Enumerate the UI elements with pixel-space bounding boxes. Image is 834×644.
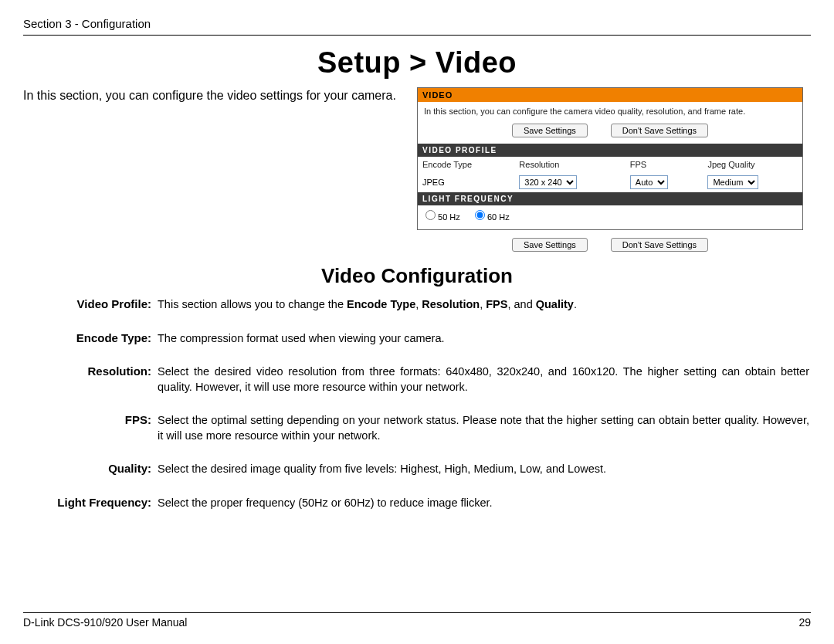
resolution-select[interactable]: 320 x 240	[519, 175, 577, 189]
quality-select[interactable]: Medium	[707, 175, 758, 189]
section-label: Section 3 - Configuration	[23, 17, 811, 30]
profile-header-row: Encode Type Resolution FPS Jpeg Quality	[418, 157, 802, 172]
fps-select[interactable]: Auto	[630, 175, 668, 189]
footer-manual: D-Link DCS-910/920 User Manual	[23, 616, 187, 629]
video-desc: In this section, you can configure the c…	[418, 102, 802, 120]
video-profile-header: VIDEO PROFILE	[418, 144, 802, 157]
freq-60-label[interactable]: 60 Hz	[475, 212, 510, 222]
ui-panel: VIDEO In this section, you can configure…	[417, 87, 803, 230]
freq-60-text: 60 Hz	[487, 212, 510, 222]
intro-text: In this section, you can configure the v…	[23, 87, 402, 104]
col-resolution: Resolution	[514, 157, 625, 172]
encode-type-label: Encode Type:	[25, 331, 156, 364]
subtitle: Video Configuration	[23, 264, 811, 288]
video-profile-label: Video Profile:	[25, 297, 156, 330]
col-jpeg-quality: Jpeg Quality	[703, 157, 802, 172]
footer: D-Link DCS-910/920 User Manual 29	[23, 612, 811, 629]
content-row: In this section, you can configure the v…	[23, 87, 811, 252]
bottom-rule	[23, 612, 811, 613]
encode-type-body: The compression format used when viewing…	[158, 331, 809, 364]
footer-page: 29	[798, 616, 811, 629]
freq-50-text: 50 Hz	[438, 212, 460, 222]
profile-b2: Resolution	[422, 298, 480, 310]
fps-label: FPS:	[25, 413, 156, 460]
definitions-table: Video Profile: This section allows you t…	[23, 296, 811, 530]
save-settings-button-2[interactable]: Save Settings	[512, 238, 588, 252]
resolution-label: Resolution:	[25, 364, 156, 412]
freq-60-radio[interactable]	[475, 210, 485, 220]
video-profile-table: Encode Type Resolution FPS Jpeg Quality …	[418, 157, 802, 192]
save-settings-button[interactable]: Save Settings	[512, 124, 588, 137]
video-profile-body: This section allows you to change the En…	[158, 297, 809, 330]
light-frequency-label: Light Frequency:	[25, 496, 156, 528]
encode-type-value: JPEG	[418, 172, 514, 192]
quality-body: Select the desired image quality from fi…	[158, 462, 809, 494]
col-encode-type: Encode Type	[418, 157, 514, 172]
resolution-body: Select the desired video resolution from…	[158, 364, 809, 412]
freq-50-label[interactable]: 50 Hz	[425, 212, 460, 222]
light-frequency-row: 50 Hz 60 Hz	[418, 205, 802, 229]
profile-body-pre: This section allows you to change the	[158, 298, 347, 310]
fps-body: Select the optimal setting depending on …	[158, 413, 809, 460]
freq-50-radio[interactable]	[425, 210, 436, 220]
top-button-row: Save Settings Don't Save Settings	[418, 120, 802, 144]
profile-b3: FPS	[486, 298, 507, 310]
dont-save-settings-button[interactable]: Don't Save Settings	[611, 124, 708, 137]
profile-data-row: JPEG 320 x 240 Auto Medium	[418, 172, 802, 192]
profile-b4: Quality	[536, 298, 574, 310]
light-frequency-body: Select the proper frequency (50Hz or 60H…	[158, 496, 809, 528]
bottom-button-row: Save Settings Don't Save Settings	[417, 238, 803, 252]
page-title: Setup > Video	[23, 46, 811, 80]
top-rule	[23, 35, 811, 36]
quality-label: Quality:	[25, 462, 156, 494]
dont-save-settings-button-2[interactable]: Don't Save Settings	[611, 238, 708, 252]
ui-column: VIDEO In this section, you can configure…	[417, 87, 803, 252]
video-header: VIDEO	[418, 88, 802, 102]
col-fps: FPS	[626, 157, 703, 172]
light-frequency-header: LIGHT FREQUENCY	[418, 192, 802, 205]
profile-b1: Encode Type	[347, 298, 415, 310]
footer-row: D-Link DCS-910/920 User Manual 29	[23, 616, 811, 629]
